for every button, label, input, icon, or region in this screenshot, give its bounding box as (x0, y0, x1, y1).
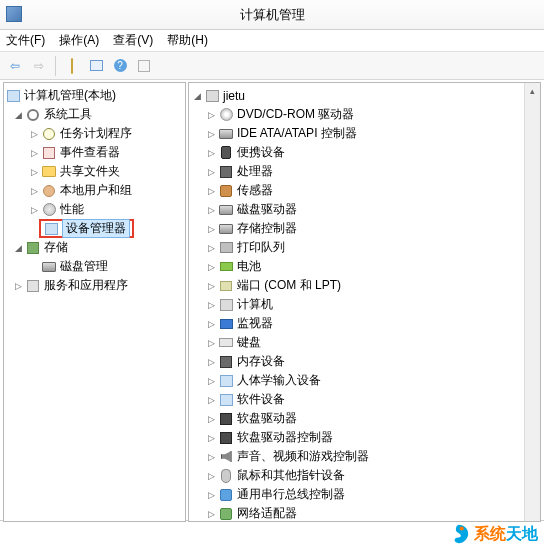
expand-icon[interactable]: ▷ (204, 469, 218, 483)
collapse-icon[interactable]: ◢ (11, 108, 25, 122)
menu-action[interactable]: 操作(A) (59, 32, 99, 49)
device-category-floppy-drives[interactable]: ▷软盘驱动器 (190, 409, 539, 428)
expand-icon[interactable]: ▷ (27, 165, 41, 179)
hid-devices-icon (218, 373, 234, 389)
collapse-icon[interactable]: ◢ (11, 241, 25, 255)
left-tree-panel[interactable]: 计算机管理(本地) ◢ 系统工具 ▷ 任务计划程序 ▷ 事件查看器 ▷ 共享文件… (3, 82, 186, 522)
expand-icon[interactable]: ▷ (27, 184, 41, 198)
disk-mgmt-icon (41, 259, 57, 275)
properties-icon (138, 60, 150, 72)
device-category-sensors[interactable]: ▷传感器 (190, 181, 539, 200)
tree-label: 鼠标和其他指针设备 (237, 467, 345, 484)
expand-icon[interactable]: ▷ (204, 450, 218, 464)
back-button[interactable]: ⇦ (4, 55, 26, 77)
tree-root[interactable]: 计算机管理(本地) (5, 86, 184, 105)
storage-controllers-icon (218, 221, 234, 237)
tree-shared-folders[interactable]: ▷ 共享文件夹 (5, 162, 184, 181)
software-devices-icon (218, 392, 234, 408)
expand-icon[interactable]: ▷ (27, 146, 41, 160)
device-category-sound-video-game[interactable]: ▷声音、视频和游戏控制器 (190, 447, 539, 466)
separator (55, 56, 56, 76)
expand-icon[interactable]: ▷ (204, 165, 218, 179)
expand-icon[interactable]: ▷ (204, 507, 218, 521)
expand-icon[interactable]: ▷ (204, 355, 218, 369)
collapse-icon[interactable]: ◢ (190, 89, 204, 103)
expand-icon[interactable]: ▷ (204, 431, 218, 445)
properties-button[interactable] (133, 55, 155, 77)
arrow-right-icon: ⇨ (34, 59, 44, 73)
expand-icon[interactable]: ▷ (204, 127, 218, 141)
device-category-software-devices[interactable]: ▷软件设备 (190, 390, 539, 409)
menu-help[interactable]: 帮助(H) (167, 32, 208, 49)
device-category-memory-devices[interactable]: ▷内存设备 (190, 352, 539, 371)
device-category-dvd-cd-rom[interactable]: ▷DVD/CD-ROM 驱动器 (190, 105, 539, 124)
arrow-left-icon: ⇦ (10, 59, 20, 73)
tree-storage[interactable]: ◢ 存储 (5, 238, 184, 257)
tree-event-viewer[interactable]: ▷ 事件查看器 (5, 143, 184, 162)
menu-view[interactable]: 查看(V) (113, 32, 153, 49)
expand-icon[interactable]: ▷ (204, 222, 218, 236)
device-category-monitors[interactable]: ▷监视器 (190, 314, 539, 333)
device-category-disk-drives[interactable]: ▷磁盘驱动器 (190, 200, 539, 219)
device-category-ide-ata[interactable]: ▷IDE ATA/ATAPI 控制器 (190, 124, 539, 143)
expand-icon[interactable]: ▷ (11, 279, 25, 293)
tree-label: 软盘驱动器控制器 (237, 429, 333, 446)
help-button[interactable]: ? (109, 55, 131, 77)
window-title: 计算机管理 (240, 6, 305, 24)
device-root[interactable]: ◢ jietu (190, 86, 539, 105)
tree-label: 性能 (60, 201, 84, 218)
tree-device-manager[interactable]: 设备管理器 (5, 219, 184, 238)
device-category-hid-devices[interactable]: ▷人体学输入设备 (190, 371, 539, 390)
device-category-floppy-controllers[interactable]: ▷软盘驱动器控制器 (190, 428, 539, 447)
expand-icon[interactable]: ▷ (204, 374, 218, 388)
tree-label: 内存设备 (237, 353, 285, 370)
vertical-scrollbar[interactable]: ▴ (524, 83, 540, 521)
expand-icon[interactable]: ▷ (204, 108, 218, 122)
tree-performance[interactable]: ▷ 性能 (5, 200, 184, 219)
expand-icon[interactable]: ▷ (204, 317, 218, 331)
right-tree-panel[interactable]: ▴ ◢ jietu ▷DVD/CD-ROM 驱动器▷IDE ATA/ATAPI … (188, 82, 541, 522)
expand-icon[interactable]: ▷ (204, 393, 218, 407)
device-manager-icon (43, 221, 59, 237)
tree-label: 监视器 (237, 315, 273, 332)
forward-button[interactable]: ⇨ (28, 55, 50, 77)
processors-icon (218, 164, 234, 180)
expand-icon[interactable]: ▷ (204, 260, 218, 274)
tree-label: 事件查看器 (60, 144, 120, 161)
expand-icon[interactable]: ▷ (204, 412, 218, 426)
scroll-up-icon[interactable]: ▴ (525, 83, 540, 99)
tree-label: 共享文件夹 (60, 163, 120, 180)
mice-pointing-icon (218, 468, 234, 484)
device-category-storage-controllers[interactable]: ▷存储控制器 (190, 219, 539, 238)
tree-disk-mgmt[interactable]: 磁盘管理 (5, 257, 184, 276)
device-category-portable-devices[interactable]: ▷便携设备 (190, 143, 539, 162)
device-category-usb-controllers[interactable]: ▷通用串行总线控制器 (190, 485, 539, 504)
expand-icon[interactable]: ▷ (204, 298, 218, 312)
expand-icon[interactable]: ▷ (204, 184, 218, 198)
tree-task-scheduler[interactable]: ▷ 任务计划程序 (5, 124, 184, 143)
view-list-button[interactable] (85, 55, 107, 77)
expand-icon[interactable]: ▷ (27, 203, 41, 217)
device-category-network-adapters[interactable]: ▷网络适配器 (190, 504, 539, 522)
device-category-keyboards[interactable]: ▷键盘 (190, 333, 539, 352)
expand-icon[interactable]: ▷ (204, 336, 218, 350)
expand-icon[interactable]: ▷ (204, 279, 218, 293)
menu-file[interactable]: 文件(F) (6, 32, 45, 49)
device-category-batteries[interactable]: ▷电池 (190, 257, 539, 276)
expand-icon[interactable]: ▷ (204, 241, 218, 255)
expand-icon[interactable]: ▷ (27, 127, 41, 141)
tree-system-tools[interactable]: ◢ 系统工具 (5, 105, 184, 124)
expand-icon[interactable]: ▷ (204, 488, 218, 502)
expand-icon[interactable]: ▷ (204, 203, 218, 217)
device-category-computer[interactable]: ▷计算机 (190, 295, 539, 314)
computer-mgmt-icon (5, 88, 21, 104)
device-category-ports-com-lpt[interactable]: ▷端口 (COM 和 LPT) (190, 276, 539, 295)
expand-icon[interactable]: ▷ (204, 146, 218, 160)
tree-services-apps[interactable]: ▷ 服务和应用程序 (5, 276, 184, 295)
tree-local-users[interactable]: ▷ 本地用户和组 (5, 181, 184, 200)
device-category-processors[interactable]: ▷处理器 (190, 162, 539, 181)
up-button[interactable] (61, 55, 83, 77)
device-category-mice-pointing[interactable]: ▷鼠标和其他指针设备 (190, 466, 539, 485)
device-category-print-queues[interactable]: ▷打印队列 (190, 238, 539, 257)
floppy-drives-icon (218, 411, 234, 427)
